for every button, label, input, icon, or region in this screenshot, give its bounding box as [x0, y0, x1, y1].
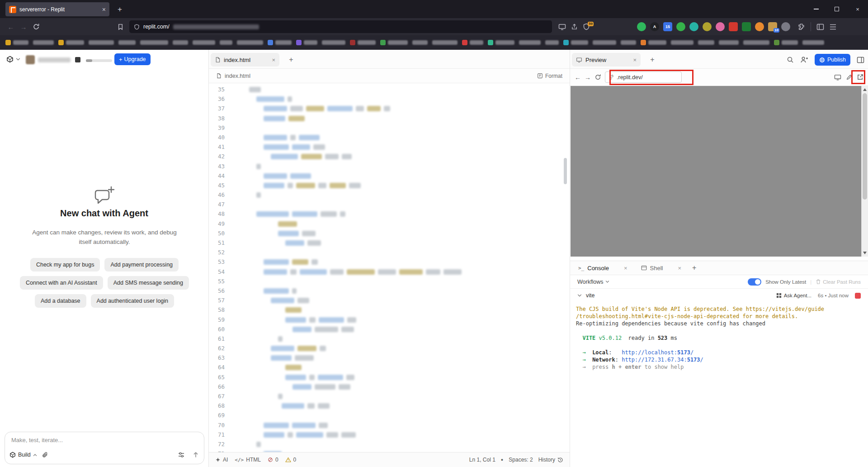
bookmark-item[interactable]	[33, 38, 54, 47]
extension-icon-12[interactable]	[781, 22, 790, 31]
editor-scrollbar[interactable]	[564, 158, 567, 184]
preview-forward-icon[interactable]: →	[585, 74, 591, 81]
reload-icon[interactable]	[30, 20, 42, 33]
preview-tab[interactable]: Preview ×	[572, 53, 641, 67]
suggestion-chip[interactable]: Add payment processing	[104, 258, 179, 272]
screenshot-icon[interactable]	[558, 24, 566, 30]
window-maximize-button[interactable]	[826, 0, 847, 18]
tab-close-icon[interactable]: ×	[102, 6, 106, 13]
extension-icon-10[interactable]	[755, 22, 764, 31]
breadcrumb-file[interactable]: index.html	[225, 73, 250, 79]
indentation-setting[interactable]: Spaces: 2	[509, 457, 533, 463]
new-console-tab-button[interactable]: +	[692, 264, 696, 272]
layout-panes-icon[interactable]	[857, 57, 864, 63]
suggestion-chip[interactable]: Check my app for bugs	[30, 258, 100, 272]
avatar[interactable]	[26, 55, 35, 64]
window-minimize-button[interactable]	[806, 0, 826, 18]
attach-paperclip-icon[interactable]	[42, 452, 48, 458]
bookmark-item[interactable]	[140, 38, 168, 47]
suggestion-chip[interactable]: Add SMS message sending	[108, 276, 189, 290]
bookmark-item[interactable]	[220, 38, 232, 47]
preview-webview[interactable]	[571, 86, 861, 257]
tab-close-icon[interactable]: ×	[272, 57, 275, 63]
extensions-puzzle-icon[interactable]	[797, 23, 805, 31]
browser-tab[interactable]: servererror - Replit ×	[5, 2, 109, 16]
errors-status[interactable]: 0	[268, 457, 278, 463]
bookmark-item[interactable]	[719, 38, 739, 47]
extension-icon-11[interactable]: 10	[768, 22, 777, 31]
sidebar-toggle-icon[interactable]	[816, 24, 824, 30]
ai-status[interactable]: AI	[215, 457, 228, 463]
bookmark-item[interactable]	[432, 38, 458, 47]
show-only-latest-toggle[interactable]	[748, 278, 761, 286]
extension-icon-7[interactable]	[716, 22, 725, 31]
bookmark-item[interactable]	[621, 38, 636, 47]
tab-close-icon[interactable]: ×	[624, 265, 627, 272]
bookmark-item[interactable]	[5, 38, 28, 47]
agent-composer[interactable]: Make, test, iterate... Build	[5, 432, 204, 464]
code-editor[interactable]: 3536373839404142434445464748495051525354…	[209, 83, 570, 452]
language-status[interactable]: </> HTML	[235, 457, 261, 463]
send-arrow-icon[interactable]	[192, 451, 199, 458]
extension-icon-2[interactable]: A	[650, 22, 659, 31]
bookmark-item[interactable]	[698, 38, 714, 47]
suggestion-chip[interactable]: Connect with an AI Assistant	[20, 276, 103, 290]
console-tab[interactable]: >_ Console ×	[575, 261, 631, 275]
build-mode-button[interactable]: Build	[9, 452, 37, 458]
extension-icon-1[interactable]	[637, 22, 646, 31]
tab-close-icon[interactable]: ×	[678, 265, 681, 272]
scroll-up-icon[interactable]	[863, 88, 867, 91]
tab-close-icon[interactable]: ×	[633, 57, 637, 63]
workflows-dropdown[interactable]: Workflows	[577, 279, 609, 285]
extension-icon-8[interactable]	[729, 22, 738, 31]
new-tool-tab-button[interactable]: +	[647, 54, 658, 65]
bookmark-item[interactable]	[563, 38, 588, 47]
forward-icon[interactable]: →	[17, 20, 30, 33]
bookmark-flag-icon[interactable]	[114, 20, 127, 33]
bookmark-item[interactable]	[89, 38, 114, 47]
shell-tab[interactable]: Shell ×	[637, 261, 685, 275]
scrollbar-thumb[interactable]	[863, 93, 867, 200]
format-button[interactable]: Format	[537, 73, 562, 79]
new-editor-tab-button[interactable]: +	[286, 54, 297, 65]
bookmark-item[interactable]	[412, 38, 428, 47]
bookmark-item[interactable]	[641, 38, 666, 47]
bookmark-item[interactable]	[173, 38, 188, 47]
bookmark-item[interactable]	[193, 38, 215, 47]
search-icon[interactable]	[787, 56, 794, 63]
bookmark-item[interactable]	[802, 38, 824, 47]
clear-past-runs-button[interactable]: Clear Past Runs	[816, 279, 861, 285]
preview-back-icon[interactable]: ←	[575, 74, 581, 81]
bookmark-item[interactable]	[488, 38, 514, 47]
bookmark-item[interactable]	[296, 38, 317, 47]
extension-icon-6[interactable]	[703, 22, 712, 31]
settings-sliders-icon[interactable]	[178, 451, 185, 458]
extension-icon-9[interactable]	[742, 22, 751, 31]
bookmark-item[interactable]	[118, 38, 136, 47]
url-bar[interactable]: replit.com/	[129, 20, 552, 33]
bookmark-item[interactable]	[380, 38, 408, 47]
bookmark-item[interactable]	[350, 38, 376, 47]
bookmark-item[interactable]	[593, 38, 616, 47]
bookmark-item[interactable]	[322, 38, 345, 47]
bookmark-item[interactable]	[58, 38, 84, 47]
stop-button[interactable]	[855, 293, 861, 299]
extension-icon-5[interactable]	[689, 22, 698, 31]
publish-button[interactable]: Publish	[815, 54, 850, 66]
webview-scrollbar[interactable]	[861, 86, 868, 257]
workflow-run-row[interactable]: vite Ask Agent... 6s • Just now	[570, 289, 868, 302]
devtools-icon[interactable]	[834, 74, 841, 81]
history-button[interactable]: History	[538, 457, 563, 463]
window-close-button[interactable]: ×	[847, 0, 868, 18]
chevron-down-icon[interactable]	[16, 57, 20, 61]
bookmark-item[interactable]	[671, 38, 693, 47]
share-icon[interactable]	[571, 23, 578, 30]
bookmark-item[interactable]	[462, 38, 483, 47]
extension-icon-4[interactable]	[676, 22, 685, 31]
scroll-down-icon[interactable]	[863, 252, 867, 254]
bookmark-item[interactable]	[268, 38, 292, 47]
upgrade-button[interactable]: + Upgrade	[114, 53, 151, 65]
bookmark-item[interactable]	[743, 38, 769, 47]
agent-input[interactable]: Make, test, iterate...	[11, 437, 63, 443]
app-menu-icon[interactable]	[830, 24, 836, 30]
